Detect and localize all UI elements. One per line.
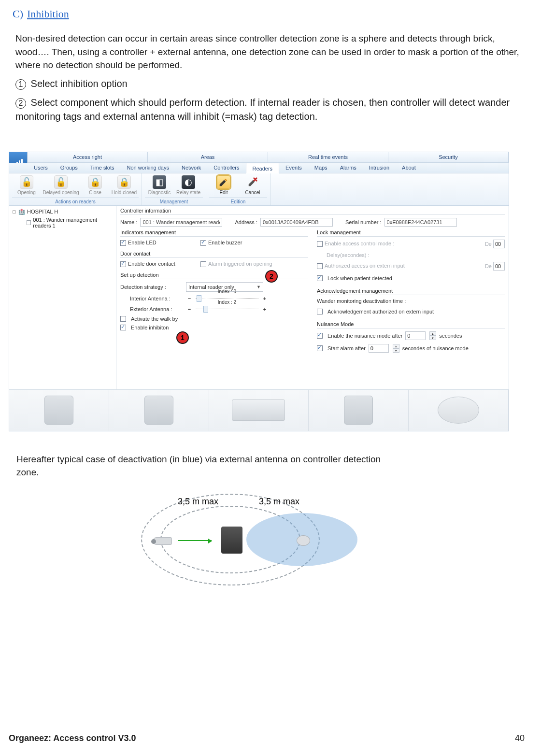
- subtab-users[interactable]: Users: [28, 162, 54, 173]
- subtab-time-slots[interactable]: Time slots: [84, 162, 121, 173]
- footer-title: Organeez: Access control V3.0: [9, 733, 136, 743]
- door-contact-checkbox[interactable]: [120, 261, 126, 267]
- spinner-icon[interactable]: ▴▾: [429, 331, 436, 340]
- seconds-label-2: secondes of nuisance mode: [402, 345, 469, 351]
- ribbon-cancel-button[interactable]: Cancel: [238, 175, 267, 195]
- ribbon-delayed-opening-button[interactable]: 🔓Delayed opening: [41, 175, 81, 195]
- start-alarm-label: Start alarm after: [327, 345, 366, 351]
- nuisance-section: Nuisance Mode Enable the nuisance mode a…: [317, 321, 505, 353]
- intro-paragraph: Non-desired detection can occur in certa…: [15, 32, 525, 72]
- ack-ext-checkbox[interactable]: [317, 309, 323, 314]
- indicators-section: Indicators management Enable LED Enable …: [120, 229, 308, 246]
- ribbon-group-edition-label: Edition: [209, 197, 267, 204]
- tag-icon: [153, 537, 172, 545]
- detection-title: Set up detection: [120, 272, 308, 279]
- led-checkbox[interactable]: [120, 240, 126, 246]
- inhibit-label: Enable inhibiton: [131, 325, 169, 330]
- tree-root-hospital[interactable]: ▢ 🏥 HOSPITAL H: [12, 209, 113, 215]
- interior-label: Interior Antenna :: [120, 296, 183, 301]
- controller-icon: [221, 527, 242, 554]
- subtab-about[interactable]: About: [396, 162, 422, 173]
- serial-label: Serial number :: [345, 219, 382, 225]
- lock-patient-checkbox[interactable]: [317, 275, 323, 281]
- buzzer-checkbox[interactable]: [200, 240, 206, 246]
- delay-label: Delay(secondes) :: [317, 252, 370, 258]
- tab-real-time-events[interactable]: Real time events: [268, 152, 388, 162]
- alarm-trigger-checkbox[interactable]: [200, 261, 206, 267]
- external-antenna-icon: [297, 535, 310, 546]
- ack-ext-label: Acknowledgement authorized on extern inp…: [327, 309, 434, 314]
- auth-ext-checkbox[interactable]: [317, 263, 323, 269]
- subtab-readers[interactable]: Readers: [246, 163, 280, 173]
- walkby-checkbox[interactable]: [120, 316, 126, 322]
- tab-areas[interactable]: Areas: [148, 152, 268, 162]
- inhibit-checkbox[interactable]: [120, 325, 126, 330]
- subtab-network[interactable]: Network: [175, 162, 207, 173]
- name-input[interactable]: [140, 218, 222, 227]
- ribbon-relay-state-button[interactable]: ◐Relay state: [174, 175, 203, 195]
- seconds-label-1: secondes: [439, 333, 462, 339]
- inhibition-diagram: 3,5 m max 3,5 m max: [131, 489, 402, 590]
- de-value-1: 00: [493, 240, 505, 248]
- padlock-hold-icon: 🔒: [117, 175, 131, 189]
- spinner-icon[interactable]: ▴▾: [393, 344, 399, 353]
- start-alarm-checkbox[interactable]: [317, 345, 323, 351]
- controller-info-title: Controller information: [120, 208, 505, 215]
- subtab-controllers[interactable]: Controllers: [207, 162, 245, 173]
- ack-section: Acknowledgement management Wander monito…: [317, 288, 505, 314]
- page-footer: Organeez: Access control V3.0 40: [9, 733, 525, 743]
- ribbon-group-actions-label: Actions on readers: [12, 197, 139, 204]
- subtab-alarms[interactable]: Alarms: [334, 162, 363, 173]
- nuisance-after-value[interactable]: 0: [405, 331, 426, 340]
- walkby-label: Activate the walk by: [131, 316, 178, 322]
- address-input[interactable]: [260, 218, 333, 227]
- buzzer-label: Enable buzzer: [208, 240, 242, 245]
- ribbon-group-management-label: Management: [145, 197, 203, 204]
- tree-item-reader-001[interactable]: 001 : Wander management readers 1: [27, 217, 113, 228]
- tab-security[interactable]: Security: [388, 152, 509, 162]
- diagnostic-icon: ◧: [153, 175, 166, 189]
- subtab-events[interactable]: Events: [279, 162, 308, 173]
- detection-section: Set up detection Detection strategy : In…: [120, 272, 308, 330]
- nuisance-enable-checkbox[interactable]: [317, 333, 323, 339]
- pencil-cancel-icon: [246, 175, 259, 189]
- ribbon-edit-button[interactable]: Edit: [209, 175, 238, 195]
- strategy-label: Detection strategy :: [120, 284, 183, 290]
- reader-device-icon: [44, 396, 73, 425]
- reader-device-icon: [144, 396, 173, 425]
- subtab-non-working-days[interactable]: Non working days: [121, 162, 175, 173]
- de-value-2: 00: [493, 262, 505, 271]
- serial-input[interactable]: [384, 218, 457, 227]
- door-contact-label: Enable door contact: [128, 261, 175, 267]
- padlock-open-icon: 🔓: [20, 175, 33, 189]
- door-contact-title: Door contact: [120, 251, 308, 258]
- start-after-value[interactable]: 0: [369, 344, 389, 353]
- exterior-slider[interactable]: − Index : 2 +: [186, 305, 268, 313]
- step-1-text: Select inhibition option: [31, 78, 128, 89]
- lock-section: Lock management Enable access control mo…: [317, 229, 505, 281]
- after-paragraph: Hereafter typical case of deactivation (…: [16, 453, 384, 479]
- ribbon-hold-closed-button[interactable]: 🔒Hold closed: [110, 175, 139, 195]
- tab-access-right[interactable]: Access right: [28, 152, 148, 162]
- arrow-icon: [178, 540, 212, 541]
- subtab-maps[interactable]: Maps: [308, 162, 334, 173]
- subtab-groups[interactable]: Groups: [54, 162, 84, 173]
- nuisance-title: Nuisance Mode: [317, 321, 505, 328]
- subtab-intrusion[interactable]: Intrusion: [363, 162, 396, 173]
- ribbon-opening-button[interactable]: 🔓Opening: [12, 175, 41, 195]
- antenna-device-icon: [438, 397, 479, 424]
- device-image-strip: [9, 389, 509, 431]
- controller-info-section: Controller information Name : Address : …: [120, 208, 505, 227]
- page-number: 40: [515, 733, 525, 743]
- right-distance-label: 3,5 m max: [259, 497, 299, 507]
- minus-icon: −: [186, 296, 193, 301]
- door-contact-section: Door contact Enable door contact Alarm t…: [120, 251, 308, 267]
- left-distance-label: 3,5 m max: [178, 497, 218, 507]
- top-tab-bar: Access right Areas Real time events Secu…: [9, 152, 509, 163]
- nuisance-enable-label: Enable the nuisance mode after: [327, 333, 402, 339]
- device-tree: ▢ 🏥 HOSPITAL H 001 : Wander management r…: [9, 206, 116, 389]
- ac-mode-checkbox[interactable]: [317, 241, 323, 247]
- ribbon-close-button[interactable]: 🔒Close: [81, 175, 110, 195]
- ribbon-diagnostic-button[interactable]: ◧Diagnostic: [145, 175, 174, 195]
- interior-index: Index : 0: [196, 289, 258, 294]
